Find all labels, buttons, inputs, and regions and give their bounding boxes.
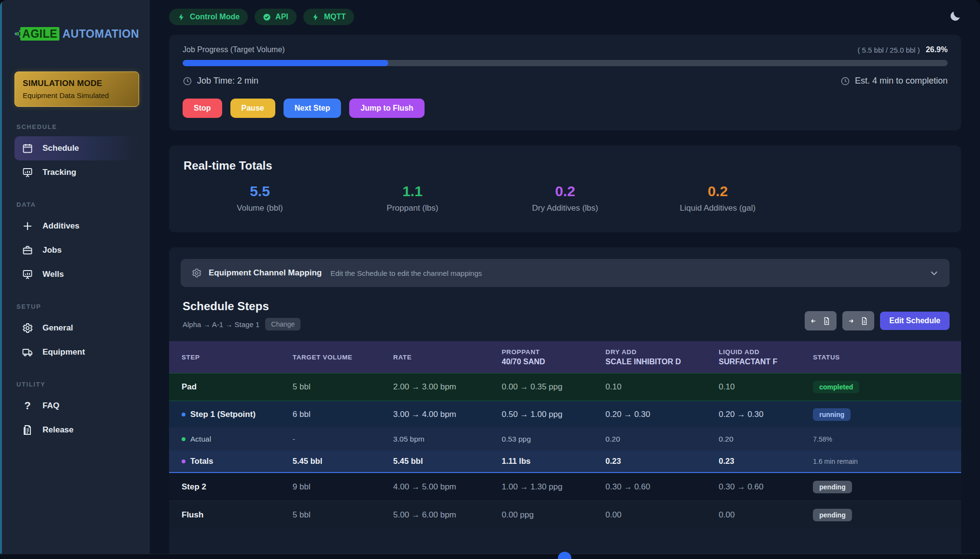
topbar: Control ModeAPIMQTT [169, 0, 961, 31]
simulation-mode-banner: SIMULATION MODE Equipment Data Simulated [14, 72, 139, 107]
proppant-cell: 0.00 ppg [502, 510, 606, 520]
clock-icon [183, 76, 192, 86]
column-header-target-volume: TARGET VOLUME [293, 354, 393, 361]
liquid-cell: 0.20 [719, 435, 813, 444]
step-name-label: Flush [182, 510, 203, 520]
status-badge-label: Control Mode [190, 13, 240, 21]
job-time: Job Time: 2 min [183, 76, 258, 86]
status-badge-control-mode[interactable]: Control Mode [169, 9, 248, 25]
target-cell: 9 bbl [293, 482, 393, 492]
dry-cell: 0.20 → 0.30 [606, 410, 719, 419]
proppant-cell: 0.53 ppg [502, 435, 606, 444]
bottom-strip [0, 554, 980, 559]
next-step-button[interactable]: Next Step [284, 99, 341, 118]
calendar-icon [21, 142, 34, 155]
table-row-pad: Pad5 bbl2.00 → 3.00 bpm0.00 → 0.35 ppg0.… [169, 373, 961, 401]
status-badge: pending [813, 509, 852, 521]
status-badge: running [813, 408, 851, 421]
job-progress-card: Job Progress (Target Volume) ( 5.5 bbl /… [169, 35, 961, 130]
equipment-channel-mapping-bar[interactable]: Equipment Channel Mapping Edit the Sched… [181, 259, 950, 287]
status-cell: pending [813, 509, 961, 521]
check-circle-icon [263, 13, 271, 21]
column-header-sub: SCALE INHIBITOR D [606, 358, 719, 366]
table-row-flush: Flush5 bbl5.00 → 6.00 bpm0.00 ppg0.000.0… [169, 501, 961, 529]
status-text: 1.6 min remain [813, 458, 858, 465]
column-header-status: STATUS [813, 354, 961, 361]
sidebar-item-faq[interactable]: ?FAQ [14, 394, 139, 418]
chevron-down-icon[interactable] [929, 268, 939, 278]
job-progress-percent: 26.9% [926, 45, 948, 54]
sidebar-item-label: Additives [43, 221, 80, 231]
step-name: Step 1 (Setpoint) [169, 410, 293, 419]
pause-button[interactable]: Pause [230, 99, 275, 118]
change-button[interactable]: Change [265, 318, 300, 330]
total-value: 0.2 [641, 183, 794, 200]
jump-to-flush-button[interactable]: Jump to Flush [349, 99, 424, 118]
status-cell: 7.58% [813, 435, 961, 444]
job-eta: Est. 4 min to completion [840, 76, 948, 86]
rate-cell: 3.05 bpm [393, 435, 502, 444]
plus-icon [21, 220, 34, 232]
connection-badges: Control ModeAPIMQTT [169, 9, 354, 25]
rate-cell: 5.45 bbl [393, 457, 502, 466]
step-name: Step 2 [169, 482, 293, 492]
sidebar-item-schedule[interactable]: Schedule [14, 136, 139, 160]
dry-cell: 0.20 [606, 435, 719, 444]
briefcase-icon [21, 244, 34, 257]
sidebar-item-equipment[interactable]: Equipment [14, 340, 139, 364]
table-row-step-2: Step 29 bbl4.00 → 5.00 bpm1.00 → 1.30 pp… [169, 473, 961, 501]
row-dot-icon [182, 413, 185, 416]
column-header-top: RATE [393, 354, 502, 361]
document-icon [21, 424, 34, 436]
status-badge: completed [813, 381, 859, 393]
presentation-chart-icon [21, 166, 34, 179]
arrow-right-document-icon[interactable] [842, 311, 874, 330]
sidebar-item-wells[interactable]: Wells [14, 262, 139, 287]
arrow-left-document-icon[interactable] [805, 311, 837, 330]
total-label: Liquid Additives (gal) [641, 203, 794, 213]
step-name-label: Pad [182, 382, 197, 392]
brand-agile: AGILE [20, 27, 59, 41]
gear-icon [21, 322, 34, 334]
moon-icon[interactable] [949, 10, 961, 24]
total-label: Dry Additives (lbs) [489, 203, 641, 213]
status-badge-mqtt[interactable]: MQTT [303, 9, 354, 25]
column-header-top: PROPPANT [502, 348, 606, 356]
total-volume-bbl: 5.5Volume (bbl) [184, 183, 336, 213]
step-name-label: Step 2 [182, 482, 206, 492]
status-cell: 1.6 min remain [813, 457, 961, 466]
status-badge-api[interactable]: API [255, 9, 297, 25]
sidebar-item-label: Wells [43, 270, 64, 279]
stop-button[interactable]: Stop [183, 99, 222, 118]
sidebar-item-general[interactable]: General [14, 316, 139, 340]
column-header-top: STATUS [813, 354, 961, 361]
presentation-chart-icon [21, 268, 34, 281]
sidebar-item-jobs[interactable]: Jobs [14, 238, 139, 262]
total-dry-additives-lbs: 0.2Dry Additives (lbs) [489, 183, 641, 213]
column-header-top: LIQUID ADD [719, 348, 813, 356]
status-badge-label: API [275, 13, 288, 21]
nav-section-label: DATA [16, 201, 139, 208]
schedule-card: Equipment Channel Mapping Edit the Sched… [169, 247, 961, 559]
brand-logo: AGILE AUTOMATION [14, 13, 139, 55]
dry-cell: 0.30 → 0.60 [606, 482, 719, 492]
main-area: Control ModeAPIMQTT Job Progress (Target… [150, 0, 980, 559]
bolt-icon [177, 13, 185, 21]
column-header-top: DRY ADD [606, 348, 719, 356]
sidebar-item-additives[interactable]: Additives [14, 214, 139, 238]
liquid-cell: 0.10 [719, 382, 813, 392]
row-dot-icon [182, 437, 185, 441]
sidebar-item-release[interactable]: Release [14, 418, 139, 442]
target-cell: 5.45 bbl [293, 457, 393, 466]
rate-cell: 2.00 → 3.00 bpm [393, 382, 502, 392]
target-cell: 6 bbl [293, 410, 393, 419]
column-header-step: STEP [169, 354, 293, 361]
total-label: Proppant (lbs) [336, 203, 489, 213]
dry-cell: 0.10 [606, 382, 719, 392]
column-header-top: STEP [182, 354, 293, 361]
sidebar-item-tracking[interactable]: Tracking [14, 160, 139, 185]
sidebar-item-label: Tracking [43, 168, 76, 177]
edit-schedule-button[interactable]: Edit Schedule [880, 312, 950, 330]
column-header-dry-add: DRY ADDSCALE INHIBITOR D [606, 348, 719, 366]
status-cell: running [813, 408, 961, 421]
